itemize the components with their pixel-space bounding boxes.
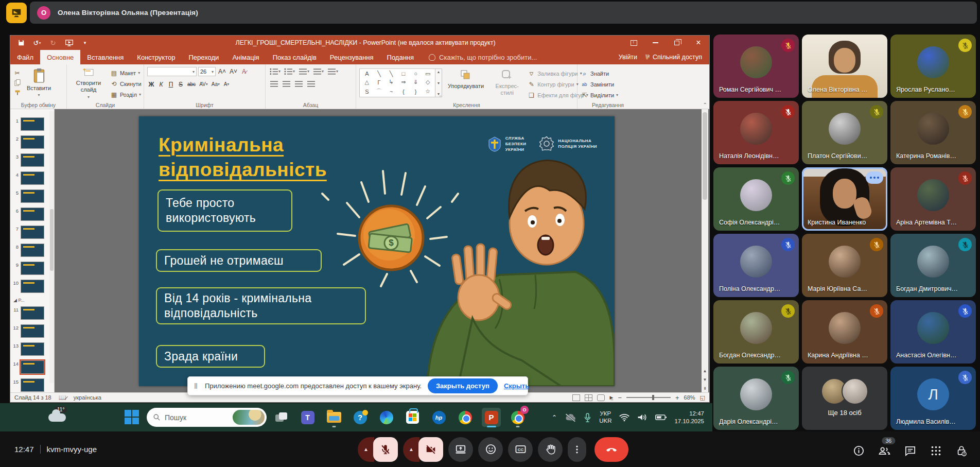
ribbon-tab-Переходи[interactable]: Переходи xyxy=(182,50,225,64)
slide-thumbnail-14[interactable]: 14 xyxy=(12,360,54,374)
ribbon-tab-Анімація[interactable]: Анімація xyxy=(225,50,266,64)
taskbar-get-help-icon[interactable]: ? xyxy=(351,408,370,427)
participant-tile[interactable]: Софія Олександрівна ... xyxy=(713,167,799,231)
host-controls-button[interactable] xyxy=(954,444,969,458)
ribbon-tab-Основне[interactable]: Основне xyxy=(40,50,80,64)
language-switcher[interactable]: УКРUKR xyxy=(599,410,611,424)
participant-tile[interactable]: Ярослав Русланович К... xyxy=(890,34,976,98)
shapes-gallery[interactable]: A╲╲□○▭△Γ↳⇒⇓◇S⌒~{}☆ xyxy=(359,68,435,97)
shape-glyph-icon-16[interactable]: } xyxy=(415,89,417,95)
slideshow-view-icon[interactable]: ▶̲ xyxy=(609,395,613,400)
taskbar-hp-icon[interactable]: hp xyxy=(429,408,448,427)
font-size-input[interactable]: 26▾ xyxy=(198,67,216,76)
slide-thumbnail-8[interactable]: 8 xyxy=(12,244,54,257)
shape-glyph-icon-14[interactable]: ~ xyxy=(390,89,393,95)
fit-slide-icon[interactable]: ◱ xyxy=(700,394,705,401)
previous-slide-icon[interactable]: ▲ xyxy=(702,367,708,375)
slide-canvas[interactable]: $ xyxy=(139,116,615,386)
bullet-list-icon[interactable]: ▾ xyxy=(269,67,282,76)
volume-icon[interactable] xyxy=(637,413,647,422)
captions-button[interactable]: CC xyxy=(508,437,533,462)
collapse-ribbon-icon[interactable]: ⌃ xyxy=(703,102,707,108)
shape-glyph-icon-1[interactable]: ╲ xyxy=(377,71,381,77)
ribbon-tab-Подання[interactable]: Подання xyxy=(380,50,421,64)
thumbnail-scrollbar[interactable] xyxy=(49,111,54,383)
reading-view-icon[interactable] xyxy=(597,394,605,401)
ribbon-tab-Вставлення[interactable]: Вставлення xyxy=(80,50,130,64)
taskbar-edge-icon[interactable] xyxy=(377,408,396,427)
weather-widget[interactable]: 11° xyxy=(45,406,76,429)
font-name-input[interactable]: ▾ xyxy=(147,67,197,76)
font-style-button-4[interactable]: abc xyxy=(186,80,197,89)
reactions-button[interactable] xyxy=(478,437,503,462)
raise-hand-button[interactable] xyxy=(538,437,563,462)
share-button[interactable]: ⅌ Спільний доступ xyxy=(645,53,702,61)
font-style-button-2[interactable]: П xyxy=(167,80,175,89)
shape-glyph-icon-2[interactable]: ╲ xyxy=(390,71,393,77)
layout-button[interactable]: ▤Макет▾ xyxy=(110,68,142,77)
zoom-level[interactable]: 68% xyxy=(684,394,695,401)
shapes-gallery-scroll[interactable]: ▲▼▼̲ xyxy=(435,68,442,97)
shape-glyph-icon-10[interactable]: ⇓ xyxy=(413,79,418,85)
start-slideshow-icon[interactable] xyxy=(64,39,74,47)
present-button[interactable] xyxy=(448,437,473,462)
font-style-button-1[interactable]: К xyxy=(157,80,165,89)
replace-button[interactable]: abЗамінити xyxy=(581,80,618,89)
slide-thumbnail-12[interactable]: 12 xyxy=(12,324,54,338)
presentation-app-icon[interactable] xyxy=(6,3,27,23)
section-header[interactable]: ◢ Р... xyxy=(13,298,54,303)
shape-glyph-icon-3[interactable]: □ xyxy=(401,71,405,77)
font-style-button-7[interactable]: А▾ xyxy=(222,80,231,89)
meeting-details-button[interactable] xyxy=(851,444,866,458)
participant-tile[interactable]: Наталія Леонідівна Ш... xyxy=(713,101,799,164)
participant-tile[interactable]: Марія Юріївна Самусь xyxy=(802,234,887,297)
slide-thumbnail-15[interactable]: 15 xyxy=(12,378,54,392)
shape-glyph-icon-4[interactable]: ○ xyxy=(414,71,417,77)
participant-tile[interactable]: Роман Сергійович Кул... xyxy=(713,34,799,98)
hide-notification-link[interactable]: Скрыть xyxy=(504,382,529,390)
mic-options-icon[interactable]: ▲ xyxy=(358,437,374,462)
justify-icon[interactable] xyxy=(306,79,317,88)
slide-thumbnail-2[interactable]: 2 xyxy=(12,135,54,149)
camera-button[interactable]: ▲ xyxy=(403,437,443,462)
mic-button[interactable]: ▲ xyxy=(358,437,398,462)
participant-tile[interactable]: Богдан Олександрови... xyxy=(713,300,799,364)
slide-thumbnail-9[interactable]: 9 xyxy=(12,262,54,275)
decrease-indent-icon[interactable]: ▾ xyxy=(297,67,310,76)
activities-button[interactable] xyxy=(929,444,943,458)
participant-tile[interactable]: Платон Сергійович Ли... xyxy=(802,101,887,164)
shape-glyph-icon-17[interactable]: ☆ xyxy=(425,88,430,95)
ribbon-tab-Конструктор[interactable]: Конструктор xyxy=(130,50,182,64)
normal-view-icon[interactable] xyxy=(572,394,580,401)
shape-glyph-icon-11[interactable]: ◇ xyxy=(426,79,430,85)
find-button[interactable]: ⌕Знайти xyxy=(581,69,618,78)
slide-thumbnail-4[interactable]: 4 xyxy=(12,171,54,185)
tray-clock[interactable]: 12:4717.10.2025 xyxy=(674,410,704,425)
participant-tile[interactable]: Богдан Дмитрович Ко... xyxy=(890,234,976,297)
slide-thumbnail-11[interactable]: 11 xyxy=(12,306,54,320)
ribbon-display-options-icon[interactable] xyxy=(623,36,644,50)
slide-thumbnail-5[interactable]: 5 xyxy=(12,189,54,203)
align-right-icon[interactable] xyxy=(293,79,304,88)
start-button[interactable] xyxy=(125,410,139,424)
increase-indent-icon[interactable]: ▾ xyxy=(312,67,325,76)
slide-thumbnail-6[interactable]: 6 xyxy=(12,207,54,221)
taskbar-microsoft-store-icon[interactable] xyxy=(403,408,422,427)
font-style-button-5[interactable]: AV▾ xyxy=(198,80,209,89)
ribbon-tab-Показ слайдів[interactable]: Показ слайдів xyxy=(266,50,323,64)
select-button[interactable]: ⇱Виділити▾ xyxy=(581,91,618,99)
slide-thumbnail-1[interactable]: 1 xyxy=(12,117,54,131)
close-icon[interactable]: × xyxy=(688,36,709,50)
shape-glyph-icon-7[interactable]: Γ xyxy=(377,79,380,85)
participant-tile[interactable]: Анастасія Олегівна Ки... xyxy=(890,300,976,364)
next-slide-icon[interactable]: ▼ xyxy=(702,375,708,384)
slide-thumbnail-panel[interactable]: 12345678910◢ Р...1112131415 xyxy=(10,109,55,392)
numbered-list-icon[interactable]: ▾ xyxy=(283,67,296,76)
taskbar-task-view-icon[interactable] xyxy=(272,408,291,427)
battery-icon[interactable] xyxy=(655,414,667,421)
copy-icon[interactable] xyxy=(13,79,21,87)
chat-button[interactable] xyxy=(903,444,917,458)
slide-thumbnail-3[interactable]: 3 xyxy=(12,153,54,167)
participant-tile[interactable]: Поліна Олександрівна... xyxy=(713,234,799,297)
people-button[interactable]: 36 xyxy=(877,444,891,458)
